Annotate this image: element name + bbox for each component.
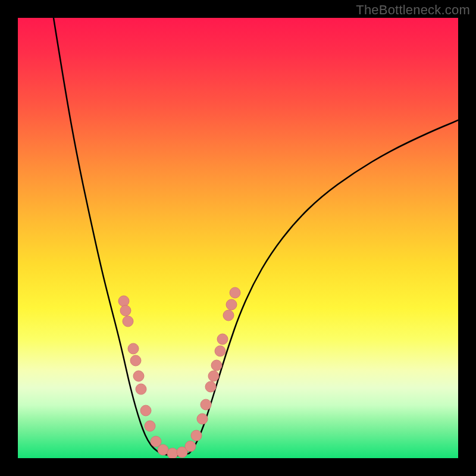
data-dot [191,430,202,441]
data-dot [208,371,219,381]
data-dot [133,371,144,381]
data-dot [197,414,208,424]
data-dot [217,334,228,345]
data-dot [226,299,237,310]
data-dot [118,296,129,306]
data-dot [120,305,131,316]
data-dot [145,421,155,431]
data-dot [205,381,216,392]
data-dot [151,436,161,447]
chart-frame: TheBottleneck.com [0,0,476,476]
data-dot [123,316,133,327]
data-dot [201,399,211,410]
data-dot [136,384,146,394]
data-dot [185,441,196,452]
data-dot [158,444,168,455]
data-dot [215,346,226,356]
data-dot [211,360,222,371]
plot-area [18,18,458,458]
watermark-text: TheBottleneck.com [356,2,470,18]
data-dot [167,448,178,458]
data-dot [223,310,234,321]
curve-layer [18,18,458,458]
data-dot [230,287,240,298]
data-dot [128,343,139,354]
bottleneck-curve [54,18,458,456]
data-dot [130,355,141,366]
data-dot [140,405,151,416]
